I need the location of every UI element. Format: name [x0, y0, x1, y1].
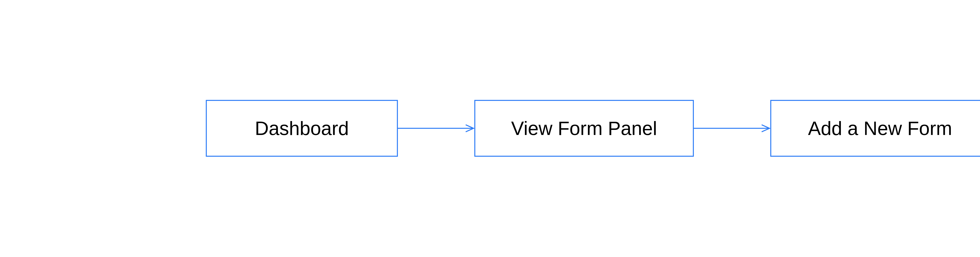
flow-node-dashboard: Dashboard: [206, 100, 398, 157]
flow-node-label: Dashboard: [255, 117, 349, 140]
flow-node-add-new-form: Add a New Form: [770, 100, 980, 157]
flow-row: DashboardView Form PanelAdd a New FormEd…: [206, 100, 980, 157]
diagram-canvas: DashboardView Form PanelAdd a New FormEd…: [0, 0, 980, 257]
flow-arrow-icon: [694, 122, 770, 134]
flow-node-label: View Form Panel: [511, 117, 657, 140]
flow-arrow-icon: [398, 122, 474, 134]
flow-node-label: Add a New Form: [808, 117, 952, 140]
flow-node-view-form-panel: View Form Panel: [474, 100, 694, 157]
